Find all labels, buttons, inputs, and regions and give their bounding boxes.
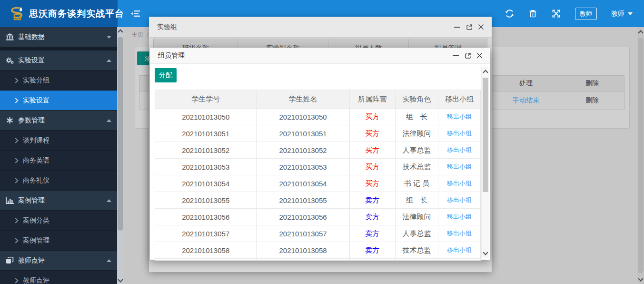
camp-cell: 卖方: [349, 209, 395, 225]
assign-button[interactable]: 分配: [155, 68, 177, 82]
student-name-cell: 202101013053: [256, 159, 349, 175]
sidebar-item-label: 案例管理: [23, 236, 50, 245]
minimize-icon[interactable]: [454, 23, 461, 30]
sidebar-item-教师点评[interactable]: 教师点评: [0, 271, 117, 284]
remove-action-cell: 移出小组: [438, 192, 480, 208]
remove-from-group-link[interactable]: 移出小组: [447, 246, 472, 254]
maximize-icon[interactable]: [466, 23, 473, 30]
chevron-right-icon: [13, 138, 18, 143]
role-cell: 组 长: [395, 192, 438, 208]
sidebar-item-label: 商务礼仪: [23, 176, 50, 185]
sidebar-section-案例管理[interactable]: 案例管理: [0, 191, 117, 211]
remove-from-group-link[interactable]: 移出小组: [447, 179, 472, 188]
student-name-cell: 202101013056: [256, 209, 349, 225]
sidebar-section-label: 参数管理: [18, 116, 45, 125]
close-icon[interactable]: [477, 23, 485, 30]
close-icon[interactable]: [476, 52, 483, 59]
scrollbar-thumb[interactable]: [638, 38, 644, 273]
student-id-cell: 202101013056: [155, 209, 256, 225]
role-cell: 法律顾问: [395, 125, 438, 142]
chevron-up-icon: [107, 259, 111, 262]
page-scrollbar[interactable]: [637, 27, 644, 284]
scroll-down-arrow[interactable]: [637, 275, 644, 283]
window-controls: [454, 17, 485, 37]
student-id-cell: 202101013057: [155, 225, 256, 242]
sidebar-item-商务礼仪[interactable]: 商务礼仪: [0, 171, 117, 191]
sidebar-collapse-icon[interactable]: [130, 10, 141, 18]
table-row: 202101013050202101013050买方组 长移出小组: [155, 108, 480, 125]
sidebar-section-label: 实验设置: [18, 56, 45, 65]
chevron-down-icon: [628, 12, 633, 15]
column-header-5: 移出小组: [438, 90, 480, 108]
chevron-right-icon: [13, 278, 18, 283]
student-name-cell: 202101013057: [256, 225, 349, 242]
remove-from-group-link[interactable]: 移出小组: [447, 129, 472, 138]
sidebar-section-参数管理[interactable]: 参数管理: [0, 111, 117, 131]
scroll-up-arrow[interactable]: [117, 27, 124, 35]
user-dropdown-label: 教师: [611, 10, 624, 18]
sidebar-scrollbar[interactable]: [117, 27, 124, 284]
sidebar-section-基础数据[interactable]: 基础数据: [0, 27, 117, 47]
chevron-up-icon: [107, 59, 111, 62]
remove-from-group-link[interactable]: 移出小组: [447, 213, 472, 221]
bank-icon: [6, 33, 14, 41]
scroll-up-arrow[interactable]: [482, 68, 489, 75]
table-row: 202101013051202101013051买方法律顾问移出小组: [155, 125, 480, 142]
fullscreen-icon[interactable]: [552, 9, 561, 18]
scroll-down-arrow[interactable]: [117, 276, 124, 284]
remove-from-group-link[interactable]: 移出小组: [447, 146, 472, 154]
sidebar-item-实验分组[interactable]: 实验分组: [0, 71, 117, 91]
chevron-up-icon: [107, 199, 111, 202]
manual-end-link[interactable]: 手动结束: [513, 96, 539, 105]
scrollbar-thumb[interactable]: [118, 37, 123, 231]
maximize-icon[interactable]: [464, 52, 471, 59]
chevron-down-icon: [107, 36, 111, 39]
sidebar-item-实验设置[interactable]: 实验设置: [0, 91, 117, 111]
user-dropdown[interactable]: 教师: [611, 10, 633, 18]
window-controls: [452, 48, 483, 63]
camp-cell: 卖方: [349, 192, 395, 208]
sidebar-item-案例分类[interactable]: 案例分类: [0, 211, 117, 231]
student-id-cell: 202101013058: [155, 242, 256, 258]
remove-from-group-link[interactable]: 移出小组: [447, 229, 472, 238]
logo-area: 思沃商务谈判实战平台: [0, 0, 118, 27]
camp-cell: 卖方: [349, 242, 395, 258]
remove-from-group-link[interactable]: 移出小组: [447, 196, 472, 204]
sidebar-item-案例管理[interactable]: 案例管理: [0, 231, 117, 251]
column-header-2: 学生姓名: [256, 90, 349, 108]
breadcrumb-home[interactable]: 主页: [131, 31, 144, 38]
scroll-up-arrow[interactable]: [637, 28, 644, 36]
remove-from-group-link[interactable]: 移出小组: [447, 162, 472, 171]
student-name-cell: 202101013058: [256, 242, 349, 258]
trash-icon[interactable]: [528, 9, 537, 18]
sidebar-item-label: 实验设置: [23, 96, 50, 105]
table-row: 202101013054202101013054买方书 记 员移出小组: [155, 175, 480, 192]
role-badge[interactable]: 教师: [575, 8, 597, 20]
sidebar-section-实验设置[interactable]: 实验设置: [0, 51, 117, 71]
chevron-right-icon: [13, 178, 18, 183]
remove-from-group-link[interactable]: 移出小组: [447, 112, 472, 121]
chevron-right-icon: [13, 98, 18, 103]
modal-title: 实验组: [157, 23, 177, 31]
scroll-down-arrow[interactable]: [482, 249, 489, 257]
modal-title: 组员管理: [158, 51, 185, 60]
scrollbar-thumb[interactable]: [483, 78, 488, 192]
delete-link[interactable]: 删除: [560, 91, 624, 110]
camp-cell: 买方: [349, 125, 395, 142]
student-name-cell: 202101013055: [256, 192, 349, 208]
modal-header: 组员管理: [150, 48, 490, 64]
student-name-cell: 202101013051: [256, 125, 349, 142]
minimize-icon[interactable]: [452, 52, 459, 59]
chevron-right-icon: [13, 238, 18, 243]
chevron-right-icon: [13, 78, 18, 83]
chevron-right-icon: [13, 218, 18, 223]
sidebar-item-谈判课程[interactable]: 谈判课程: [0, 131, 117, 151]
camp-cell: 买方: [349, 109, 395, 125]
role-cell: 技术总监: [395, 242, 438, 258]
sidebar-section-教师点评[interactable]: 教师点评: [0, 251, 117, 271]
remove-action-cell: 移出小组: [438, 125, 480, 142]
sidebar-item-商务英语[interactable]: 商务英语: [0, 151, 117, 171]
column-header-3: 所属阵营: [349, 90, 395, 108]
modal-scrollbar[interactable]: [481, 67, 489, 258]
refresh-icon[interactable]: [505, 9, 514, 18]
